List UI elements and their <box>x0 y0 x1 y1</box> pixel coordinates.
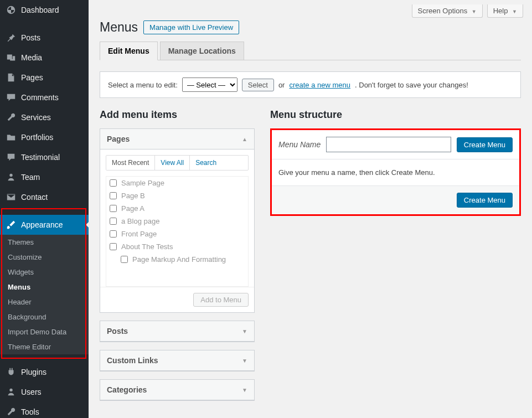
page-checkbox[interactable] <box>110 205 117 212</box>
sidebar-label: Team <box>21 173 40 182</box>
sidebar-label: Contact <box>21 193 48 202</box>
sidebar-label: Dashboard <box>21 6 59 14</box>
user-icon <box>6 386 17 398</box>
nav-tabs: Edit Menus Manage Locations <box>100 42 521 60</box>
posts-label: Posts <box>107 327 128 336</box>
submenu-theme-editor[interactable]: Theme Editor <box>0 339 89 354</box>
sidebar-item-dashboard[interactable]: Dashboard <box>0 0 89 20</box>
menu-selector-box: Select a menu to edit: — Select — Select… <box>100 71 521 98</box>
submenu-menus[interactable]: Menus <box>0 280 89 295</box>
page-heading: Menus Manage with Live Preview <box>89 18 532 42</box>
help-button[interactable]: Help ▼ <box>487 4 523 18</box>
page-label: a Blog page <box>121 217 159 225</box>
sidebar-label: Plugins <box>21 368 47 376</box>
screen-options-label: Screen Options <box>418 7 468 15</box>
sidebar-item-users[interactable]: Users <box>0 382 89 402</box>
sidebar-item-pages[interactable]: Pages <box>0 68 89 87</box>
pages-metabox-header[interactable]: Pages ▲ <box>100 129 254 149</box>
sidebar-item-team[interactable]: Team <box>0 167 89 187</box>
page-item[interactable]: Page Markup And Formatting <box>106 253 248 266</box>
create-new-menu-link[interactable]: create a new menu <box>289 81 350 89</box>
submenu-header[interactable]: Header <box>0 295 89 309</box>
sidebar-item-appearance[interactable]: Appearance <box>0 215 89 235</box>
page-checkbox[interactable] <box>110 179 117 187</box>
page-item[interactable]: Page A <box>106 202 248 215</box>
tab-most-recent[interactable]: Most Recent <box>106 156 155 170</box>
chevron-down-icon: ▼ <box>512 9 517 14</box>
page-checkbox[interactable] <box>110 218 117 225</box>
portfolio-icon <box>6 132 17 143</box>
page-checkbox[interactable] <box>110 192 117 199</box>
page-icon <box>6 72 17 83</box>
tab-view-all[interactable]: View All <box>155 156 190 170</box>
submenu-widgets[interactable]: Widgets <box>0 265 89 280</box>
page-checkbox[interactable] <box>110 243 117 250</box>
posts-metabox: Posts ▼ <box>100 321 255 342</box>
add-to-menu-button[interactable]: Add to Menu <box>193 293 249 307</box>
sidebar-item-posts[interactable]: Posts <box>0 28 89 48</box>
select-button[interactable]: Select <box>242 79 274 91</box>
dashboard-icon <box>6 4 17 16</box>
sidebar-item-testimonial[interactable]: Testimonial <box>0 147 89 167</box>
submenu-themes[interactable]: Themes <box>0 235 89 250</box>
menu-structure-box: Menu Name Create Menu Give your menu a n… <box>270 128 521 216</box>
testimonial-icon <box>6 152 17 163</box>
menu-name-label: Menu Name <box>278 140 321 149</box>
sidebar-item-services[interactable]: Services <box>0 107 89 127</box>
tab-manage-locations[interactable]: Manage Locations <box>160 42 244 60</box>
sidebar-label: Testimonial <box>21 153 60 162</box>
sidebar-label: Posts <box>21 33 40 42</box>
sidebar-item-comments[interactable]: Comments <box>0 87 89 107</box>
page-item[interactable]: About The Tests <box>106 240 248 253</box>
categories-metabox-header[interactable]: Categories ▼ <box>100 380 254 400</box>
page-title: Menus <box>100 20 138 35</box>
submenu-customize[interactable]: Customize <box>0 250 89 265</box>
page-item[interactable]: Page B <box>106 189 248 202</box>
save-warning-text: . Don't forget to save your changes! <box>355 81 468 89</box>
page-label: Page B <box>121 192 145 200</box>
create-menu-button-top[interactable]: Create Menu <box>457 137 513 152</box>
page-item[interactable]: Sample Page <box>106 177 248 189</box>
pages-label: Pages <box>107 135 130 143</box>
menu-select-dropdown[interactable]: — Select — <box>182 78 237 92</box>
screen-options-button[interactable]: Screen Options ▼ <box>412 4 483 18</box>
menu-structure-header: Menu Name Create Menu <box>272 130 519 159</box>
submenu-background[interactable]: Background <box>0 309 89 324</box>
submenu-import[interactable]: Import Demo Data <box>0 324 89 339</box>
sidebar-label: Portfolios <box>21 133 53 142</box>
page-item[interactable]: Front Page <box>106 228 248 240</box>
sidebar-label: Tools <box>21 407 39 416</box>
top-toolbar: Screen Options ▼ Help ▼ <box>89 0 532 18</box>
sidebar-item-contact[interactable]: Contact <box>0 187 89 207</box>
page-checkbox[interactable] <box>110 230 117 238</box>
tab-search[interactable]: Search <box>190 156 222 170</box>
appearance-submenu: Themes Customize Widgets Menus Header Ba… <box>0 235 89 354</box>
tab-edit-menus[interactable]: Edit Menus <box>100 42 158 60</box>
custom-links-metabox-header[interactable]: Custom Links ▼ <box>100 350 254 371</box>
chevron-up-icon: ▲ <box>242 136 247 142</box>
add-items-column: Add menu items Pages ▲ Most Recent View … <box>100 109 255 409</box>
page-checkbox[interactable] <box>121 256 128 263</box>
sidebar-label: Users <box>21 388 42 396</box>
menu-structure-body: Give your menu a name, then click Create… <box>272 159 519 186</box>
tools-icon <box>6 406 17 417</box>
menu-structure-column: Menu structure Menu Name Create Menu Giv… <box>270 109 521 216</box>
sidebar-label: Comments <box>21 93 59 102</box>
create-menu-button-bottom[interactable]: Create Menu <box>457 193 513 208</box>
menu-structure-title: Menu structure <box>270 109 521 121</box>
posts-metabox-header[interactable]: Posts ▼ <box>100 321 254 342</box>
sidebar-item-plugins[interactable]: Plugins <box>0 362 89 382</box>
live-preview-button[interactable]: Manage with Live Preview <box>143 20 239 34</box>
sidebar-item-media[interactable]: Media <box>0 48 89 68</box>
person-icon <box>6 172 17 183</box>
chevron-down-icon: ▼ <box>242 358 247 364</box>
menu-name-input[interactable] <box>326 137 451 152</box>
mail-icon <box>6 192 17 203</box>
sidebar-item-tools[interactable]: Tools <box>0 402 89 418</box>
page-item[interactable]: a Blog page <box>106 215 248 228</box>
categories-label: Categories <box>107 385 147 394</box>
sidebar-label: Appearance <box>21 220 63 229</box>
pages-list[interactable]: Sample Page Page B Page A a Blog page Fr… <box>106 176 249 287</box>
sidebar-item-portfolios[interactable]: Portfolios <box>0 127 89 147</box>
pin-icon <box>6 32 17 43</box>
